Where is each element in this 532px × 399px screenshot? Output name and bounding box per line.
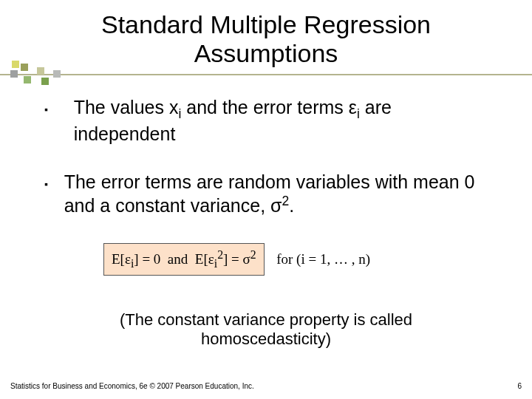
bullet-text: The values xi and the error terms εi are… xyxy=(74,96,495,146)
bullet-text: The error terms are random variables wit… xyxy=(64,171,495,218)
horizontal-rule xyxy=(0,74,532,75)
formula-row: E[εi] = 0 and E[εi2] = σ2 for (i = 1, … … xyxy=(103,243,495,276)
decor-square-icon xyxy=(37,67,44,75)
note-line: (The constant variance property is calle… xyxy=(120,310,412,329)
decor-square-icon xyxy=(10,70,18,78)
formula-box: E[εi] = 0 and E[εi2] = σ2 xyxy=(103,243,265,276)
text-fragment: The error terms are random variables wit… xyxy=(64,171,475,216)
title-line-1: Standard Multiple Regression xyxy=(101,10,431,38)
slide-title: Standard Multiple Regression Assumptions xyxy=(0,10,532,68)
footnote-text: (The constant variance property is calle… xyxy=(0,310,532,349)
superscript: 2 xyxy=(282,194,289,208)
decor-square-icon xyxy=(53,70,61,78)
decor-square-icon xyxy=(24,76,31,83)
text-fragment: The values x xyxy=(74,97,179,117)
text-fragment: and the error terms ε xyxy=(181,97,357,117)
slide: Standard Multiple Regression Assumptions… xyxy=(0,0,532,399)
page-number: 6 xyxy=(517,382,522,390)
bullet-mark-icon: ▪ xyxy=(44,96,74,146)
bullet-item: ▪ The values xi and the error terms εi a… xyxy=(44,96,495,146)
text-fragment: . xyxy=(289,196,294,216)
note-line: homoscedasticity) xyxy=(201,330,331,348)
bullet-item: ▪ The error terms are random variables w… xyxy=(44,171,495,218)
title-decoration xyxy=(0,61,532,83)
decor-square-icon xyxy=(41,78,49,85)
decor-square-icon xyxy=(21,64,28,71)
slide-body: ▪ The values xi and the error terms εi a… xyxy=(44,96,495,276)
decor-square-icon xyxy=(12,61,19,68)
formula-note: for (i = 1, … , n) xyxy=(276,251,370,267)
bullet-mark-icon: ▪ xyxy=(44,171,64,218)
footer-copyright: Statistics for Business and Economics, 6… xyxy=(10,382,254,390)
